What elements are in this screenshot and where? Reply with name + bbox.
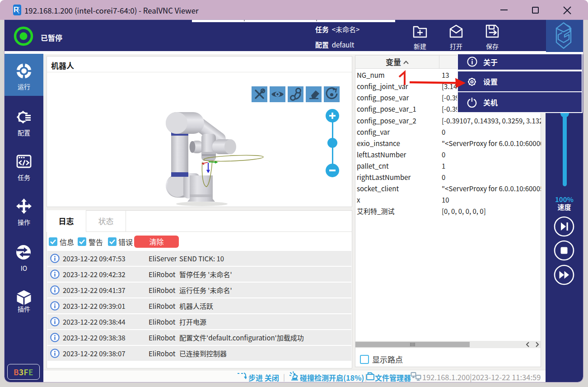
svg-text:c: c [18, 11, 19, 14]
